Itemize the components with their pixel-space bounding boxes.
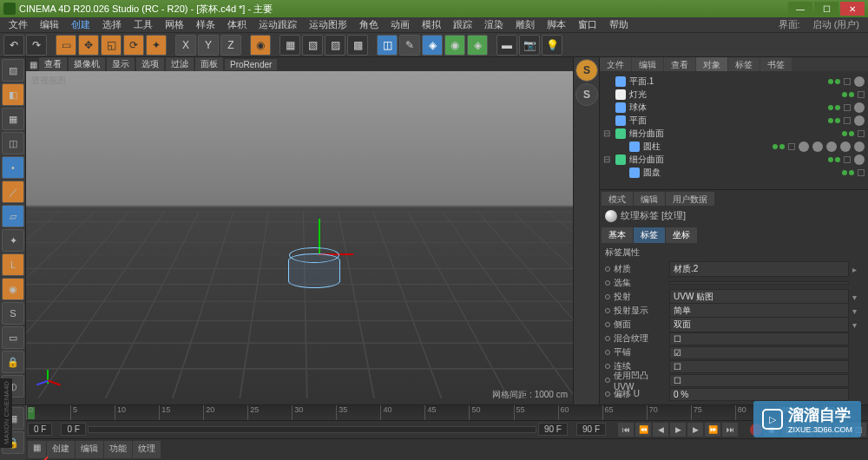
attr-row[interactable]: 投射显示简单▾	[605, 304, 863, 318]
objtab-edit[interactable]: 编辑	[632, 57, 663, 71]
menu-help[interactable]: 帮助	[604, 16, 634, 33]
play-button[interactable]: ▶	[670, 423, 686, 437]
menu-mograph[interactable]: 运动图形	[304, 16, 352, 33]
camera-icon[interactable]: 📷	[519, 35, 540, 56]
layout-dropdown[interactable]: 启动 (用户)	[807, 16, 865, 33]
minimize-button[interactable]: —	[788, 2, 812, 16]
objtab-tags[interactable]: 标签	[728, 57, 760, 71]
array-icon[interactable]: ◉	[444, 35, 465, 56]
tree-row[interactable]: 圆盘	[603, 166, 865, 179]
undo-button[interactable]: ↶	[3, 35, 24, 56]
vp-tab-filter[interactable]: 过滤	[166, 57, 194, 71]
subdivision-icon[interactable]: ◈	[422, 35, 443, 56]
point-mode[interactable]: •	[2, 156, 24, 179]
menu-animate[interactable]: 动画	[385, 16, 415, 33]
menu-motrack[interactable]: 运动跟踪	[253, 16, 302, 33]
menu-spline[interactable]: 样条	[191, 16, 220, 33]
enable-axis[interactable]: L	[2, 253, 24, 276]
menu-edit[interactable]: 编辑	[35, 16, 64, 33]
floor-icon[interactable]: ▬	[496, 35, 517, 56]
snap-toggle[interactable]: S	[2, 302, 24, 325]
frame-range-end[interactable]: 90 F	[576, 423, 606, 436]
coord-system[interactable]: ◉	[250, 35, 271, 56]
attr-row[interactable]: 投射UVW 贴图▾	[605, 290, 863, 304]
tree-row[interactable]: 球体	[603, 101, 865, 114]
axis-x-toggle[interactable]: X	[175, 35, 196, 56]
frame-start[interactable]: 0 F	[28, 423, 52, 436]
menu-tools[interactable]: 工具	[128, 16, 158, 33]
prev-key-button[interactable]: ⏪	[635, 423, 651, 437]
menu-simulate[interactable]: 模拟	[417, 16, 446, 33]
edge-mode[interactable]: ／	[2, 181, 24, 203]
light-icon[interactable]: 💡	[542, 35, 562, 56]
mattab-function[interactable]: 功能	[104, 441, 132, 458]
vp-tab-prorender[interactable]: ProRender	[225, 59, 277, 70]
texture-mode[interactable]: ▦	[2, 108, 24, 130]
objtab-file[interactable]: 文件	[600, 57, 631, 71]
move-tool[interactable]: ✥	[78, 35, 99, 56]
workplane-icon[interactable]: ▭	[2, 326, 24, 349]
axis-y-toggle[interactable]: Y	[198, 35, 219, 56]
tree-row[interactable]: 平面.1	[603, 75, 865, 88]
solo-s-icon[interactable]: S	[575, 59, 598, 82]
vp-tab-view[interactable]: 查看	[39, 57, 67, 71]
pen-tool[interactable]: ✎	[399, 35, 420, 56]
workplane-mode[interactable]: ◫	[2, 132, 24, 154]
menu-select[interactable]: 选择	[97, 16, 127, 33]
goto-end-button[interactable]: ⏭	[722, 423, 738, 437]
vp-tab-options[interactable]: 选项	[136, 57, 164, 71]
redo-button[interactable]: ↷	[26, 35, 47, 56]
render-view[interactable]: ▦	[279, 35, 300, 56]
object-tree[interactable]: 平面.1灯光球体平面⊟细分曲面圆柱⊟细分曲面圆盘	[600, 71, 868, 189]
menu-create[interactable]: 创建	[66, 16, 95, 33]
attr-tab-edit[interactable]: 编辑	[634, 192, 665, 206]
vp-tab-panel[interactable]: 面板	[195, 57, 223, 71]
axis-z-toggle[interactable]: Z	[220, 35, 241, 56]
attr-tab-mode[interactable]: 模式	[602, 192, 633, 206]
lock-icon[interactable]: 🔒	[2, 351, 24, 373]
attr-row[interactable]: 混合纹理☐	[605, 332, 863, 345]
close-button[interactable]: ✕	[840, 2, 865, 16]
menu-mesh[interactable]: 网格	[160, 16, 189, 33]
tree-row[interactable]: ⊟细分曲面	[603, 127, 865, 140]
tree-row[interactable]: ⊟细分曲面	[603, 153, 865, 166]
attr-row[interactable]: 使用凹凸 UVW☐	[605, 373, 863, 387]
timeline-ruler[interactable]: 051015202530354045505560657075808590	[26, 405, 868, 421]
solo-off-icon[interactable]: S	[575, 83, 598, 106]
menu-window[interactable]: 窗口	[573, 16, 602, 33]
attr-row[interactable]: 平铺☑	[605, 345, 863, 359]
prev-frame-button[interactable]: ◀	[653, 423, 668, 437]
menu-character[interactable]: 角色	[354, 16, 384, 33]
menu-track[interactable]: 跟踪	[448, 16, 477, 33]
attr-subtab-tag[interactable]: 标签	[634, 227, 665, 243]
polygon-mode[interactable]: ▱	[2, 205, 24, 227]
tree-row[interactable]: 圆柱	[603, 140, 865, 153]
vp-tab-camera[interactable]: 摄像机	[69, 57, 105, 71]
next-frame-button[interactable]: ▶	[687, 423, 703, 437]
tree-row[interactable]: 灯光	[603, 88, 865, 101]
objtab-bookmarks[interactable]: 书签	[760, 57, 792, 71]
objtab-objects[interactable]: 对象	[696, 57, 727, 71]
menu-sculpt[interactable]: 雕刻	[510, 16, 540, 33]
maximize-button[interactable]: ☐	[814, 2, 838, 16]
teacup-model[interactable]	[288, 245, 349, 288]
attr-row[interactable]: 选集	[605, 276, 863, 290]
attr-row[interactable]: 材质材质.2▸	[605, 262, 863, 276]
deformer-icon[interactable]: ◈	[467, 35, 488, 56]
rotate-tool[interactable]: ⟳	[123, 35, 144, 56]
frame-range-start[interactable]: 0 F	[61, 423, 85, 436]
attr-row[interactable]: 偏移 U0 %	[605, 387, 863, 401]
objtab-view[interactable]: 查看	[664, 57, 695, 71]
next-key-button[interactable]: ⏩	[705, 423, 720, 437]
attr-subtab-basic[interactable]: 基本	[602, 227, 633, 243]
menu-volume[interactable]: 体积	[222, 16, 252, 33]
attr-tab-userdata[interactable]: 用户数据	[666, 192, 714, 206]
mattab-edit[interactable]: 编辑	[76, 441, 103, 458]
viewport-solo[interactable]: ◉	[2, 278, 24, 300]
attr-row[interactable]: 侧面双面▾	[605, 318, 863, 332]
goto-start-button[interactable]: ⏮	[618, 423, 634, 437]
render-settings[interactable]: ▩	[347, 35, 368, 56]
scale-tool[interactable]: ◱	[101, 35, 122, 56]
menu-render[interactable]: 渲染	[479, 16, 509, 33]
vp-nav-icon[interactable]: ▦	[30, 60, 37, 69]
